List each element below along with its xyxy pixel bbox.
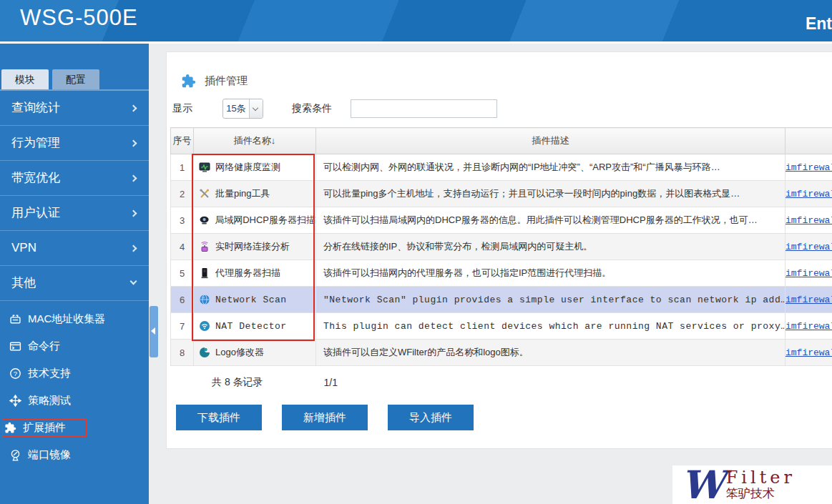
imfirewall-link[interactable]: imfirewall — [785, 215, 832, 226]
plugin-desc: 该插件可以扫描网内的代理服务器，也可以指定IP范围进行代理扫描。 — [316, 260, 785, 287]
sidebar-item-command-line[interactable]: 命令行 — [0, 332, 149, 360]
submenu-label: 技术支持 — [28, 367, 71, 380]
page-size-value: 15条 — [223, 99, 249, 118]
table-row[interactable]: 3 局域网DHCP服务器扫描 该插件可以扫描局域网内的DHCP服务器的信息。用此… — [171, 207, 832, 234]
sidebar-item-mac-collector[interactable]: MAC地址收集器 — [0, 305, 149, 332]
imfirewall-link[interactable]: imfirewall — [785, 268, 832, 279]
annotation-red-box-sidebar: 扩展插件 — [2, 419, 87, 437]
col-header-link[interactable] — [785, 128, 832, 154]
sidebar-item-others[interactable]: 其他 — [0, 266, 149, 301]
menu-label: 其他 — [11, 276, 36, 290]
sidebar-tabs: 模块 配置 — [0, 44, 149, 91]
logo-company-name: 笨驴技术 — [726, 487, 796, 501]
panel-header: 插件管理 — [167, 52, 832, 89]
sidebar-item-port-mirror[interactable]: 端口镜像 — [0, 441, 149, 468]
logo-editor-icon — [199, 347, 210, 358]
add-plugin-button[interactable]: 新增插件 — [282, 405, 368, 430]
row-no: 7 — [171, 313, 194, 340]
table-controls: 显示 15条 搜索条件 — [172, 99, 832, 119]
import-plugin-button[interactable]: 导入插件 — [388, 405, 474, 430]
submenu-label: 命令行 — [28, 340, 60, 353]
table-row[interactable]: 1 网络健康度监测 可以检测内网、外网的联通状况，并且诊断内网的“IP地址冲突”… — [171, 154, 832, 181]
plugin-name: 批量ping工具 — [215, 187, 270, 200]
tab-modules[interactable]: 模块 — [1, 69, 49, 89]
submenu-label: 端口镜像 — [28, 448, 71, 462]
sidebar: 模块 配置 查询统计 行为管理 带宽优化 用户认证 VPN 其他 MAC地址收集… — [0, 44, 149, 504]
ping-tools-icon — [199, 188, 210, 199]
network-scan-icon — [199, 294, 210, 305]
plugin-name: Network Scan — [215, 295, 287, 305]
imfirewall-link[interactable]: imfirewall — [785, 189, 832, 199]
plugin-name: NAT Detector — [215, 321, 287, 332]
row-no: 5 — [171, 260, 194, 287]
top-bar: WSG-500E Ent — [0, 0, 832, 41]
col-header-name[interactable]: 插件名称↓ — [194, 128, 316, 154]
table-row[interactable]: 8 Logo修改器 该插件可以自定义WFilter的产品名称和logo图标。 i… — [171, 340, 832, 366]
imfirewall-link[interactable]: imfirewall — [785, 295, 832, 305]
imfirewall-link[interactable]: imfirewall — [785, 242, 832, 252]
search-label: 搜索条件 — [292, 102, 332, 115]
chevron-right-icon — [130, 210, 137, 217]
table-row[interactable]: 2 批量ping工具 可以批量ping多个主机地址，支持自动运行；并且可以记录一… — [171, 181, 832, 207]
table-row[interactable]: 5 代理服务器扫描 该插件可以扫描网内的代理服务器，也可以指定IP范围进行代理扫… — [171, 260, 832, 287]
page-size-select[interactable]: 15条 — [222, 99, 263, 119]
network-health-icon — [199, 162, 210, 173]
chevron-right-icon — [130, 105, 137, 112]
row-no: 3 — [171, 207, 194, 234]
table-row-selected[interactable]: 6 Network Scan "Network Scan" plugin pro… — [171, 287, 832, 313]
search-input[interactable] — [351, 99, 497, 118]
chevron-down-icon — [130, 278, 137, 285]
menu-label: VPN — [11, 241, 36, 255]
chevron-down-icon — [253, 105, 258, 111]
plugin-name: 局域网DHCP服务器扫描 — [215, 214, 315, 227]
imfirewall-link[interactable]: imfirewall — [785, 347, 832, 358]
plugin-name: 实时网络连接分析 — [215, 240, 290, 253]
submenu-label: 扩展插件 — [23, 421, 66, 435]
sidebar-item-vpn[interactable]: VPN — [0, 231, 149, 266]
plugin-desc: 可以检测内网、外网的联通状况，并且诊断内网的“IP地址冲突”、“ARP攻击”和“… — [316, 154, 785, 181]
plugin-desc: 该插件可以扫描局域网内的DHCP服务器的信息。用此插件可以检测管理DHCP服务器… — [316, 207, 785, 234]
plugin-manager-panel: 插件管理 显示 15条 搜索条件 序号 插件名称↓ 插件描述 1 — [166, 51, 832, 449]
sidebar-item-policy-test[interactable]: 策略测试 — [0, 387, 149, 414]
sidebar-item-query-stats[interactable]: 查询统计 — [0, 91, 149, 126]
proxy-scan-icon — [199, 267, 210, 279]
terminal-icon — [9, 340, 21, 352]
realtime-analysis-icon — [199, 241, 210, 252]
app-title: WSG-500E — [20, 5, 138, 31]
help-icon: ? — [9, 367, 21, 380]
page-indicator: 1/1 — [324, 377, 338, 388]
plugin-icon — [4, 422, 16, 434]
sidebar-item-behavior-mgmt[interactable]: 行为管理 — [0, 126, 149, 161]
sidebar-item-user-auth[interactable]: 用户认证 — [0, 196, 149, 231]
page-title: 插件管理 — [205, 74, 248, 88]
table-row[interactable]: 7 NAT Detector This plugin can detect cl… — [171, 313, 832, 340]
plugin-table: 序号 插件名称↓ 插件描述 1 网络健康度监测 可以检测内网、外网的联通状况，并… — [170, 127, 832, 366]
display-label: 显示 — [172, 102, 192, 115]
download-plugin-button[interactable]: 下载插件 — [176, 405, 262, 430]
menu-label: 查询统计 — [11, 101, 60, 114]
dhcp-scan-icon — [199, 214, 210, 226]
tab-config[interactable]: 配置 — [52, 69, 99, 89]
menu-label: 行为管理 — [11, 136, 60, 149]
imfirewall-link[interactable]: imfirewall — [785, 162, 832, 173]
col-header-desc[interactable]: 插件描述 — [316, 128, 785, 154]
plugin-desc: 分析在线链接的IP、协议和带宽分布，检测局域网内的可疑主机。 — [316, 234, 785, 260]
sidebar-item-extension-plugins[interactable]: 扩展插件 — [0, 414, 149, 441]
action-buttons: 下载插件 新增插件 导入插件 — [176, 405, 832, 430]
plugin-name: 网络健康度监测 — [215, 161, 280, 174]
sidebar-item-bandwidth-opt[interactable]: 带宽优化 — [0, 161, 149, 196]
submenu-label: 策略测试 — [28, 394, 71, 407]
mac-collector-icon — [9, 313, 21, 325]
nat-detector-icon — [199, 320, 210, 332]
chevron-right-icon — [130, 175, 137, 182]
imfirewall-link[interactable]: imfirewall — [785, 321, 832, 332]
select-dropdown-button[interactable] — [249, 99, 263, 118]
svg-text:?: ? — [14, 369, 17, 377]
sidebar-item-tech-support[interactable]: ? 技术支持 — [0, 360, 149, 387]
logo-w-glyph: W — [681, 467, 725, 503]
sidebar-collapse-handle[interactable] — [150, 306, 158, 357]
chevron-right-icon — [130, 140, 137, 147]
table-row[interactable]: 4 实时网络连接分析 分析在线链接的IP、协议和带宽分布，检测局域网内的可疑主机… — [171, 234, 832, 260]
col-header-no[interactable]: 序号 — [171, 128, 194, 154]
chevron-right-icon — [130, 245, 137, 252]
